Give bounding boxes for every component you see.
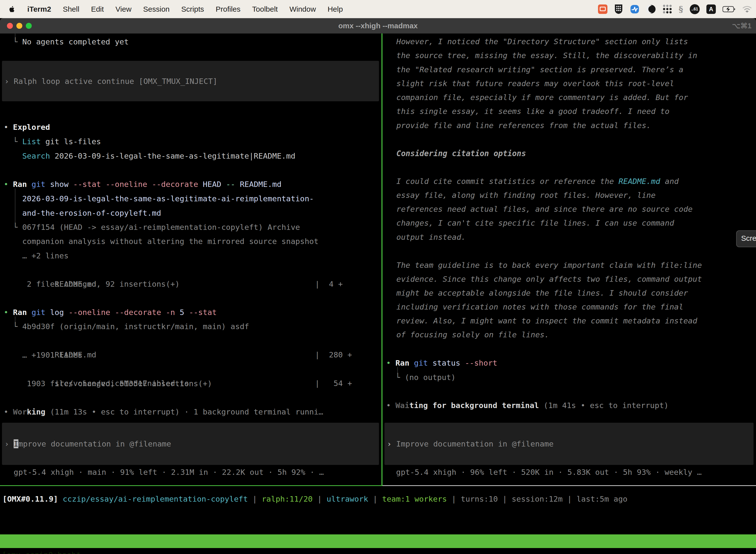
reasoning-line: changes, I can't cite specific file line…	[396, 216, 674, 230]
pane-border-inactive	[382, 485, 756, 486]
reasoning-line: review. Also, I might want to inspect th…	[396, 314, 697, 328]
reasoning-line: this single essay, it seems like a good …	[396, 104, 670, 118]
log-line-commit-067f154: └ 067f154 (HEAD -> essay/ai-reimplementa…	[4, 220, 300, 234]
battery-icon[interactable]	[722, 6, 736, 12]
log-line-more-1901-lines: … +1901 lines	[4, 348, 82, 362]
tmux-status-bar: [omx-cczip0:bash* "MacBook-Pro-44.local"…	[0, 535, 756, 548]
input-source-icon[interactable]: A	[706, 4, 716, 14]
log-line-commit-4b9d30f: └ 4b9d30f (origin/main, instructkr/main,…	[4, 320, 249, 334]
reasoning-line: essay file, along with finding root file…	[396, 188, 655, 202]
reasoning-line: evidence. Since this change only affects…	[396, 272, 702, 286]
log-line-search: Search 2026-03-09-is-legal-the-same-as-l…	[4, 149, 296, 163]
log-line-1903-files-changed: 1903 files changed, 513517 insertions(+)	[4, 377, 212, 391]
log-line-no-output: └ (no output)	[386, 370, 456, 384]
reasoning-line: might be acceptable alongside the file l…	[396, 286, 688, 300]
reasoning-line: the "Related research writing" section i…	[396, 63, 683, 77]
log-line-more-2-lines: … +2 lines	[4, 249, 68, 263]
wifi-icon[interactable]	[742, 5, 752, 13]
log-line-ran-git-status: • Ran git status --short	[386, 356, 497, 370]
reasoning-line: output instead.	[396, 230, 466, 244]
log-line-filename-2: and-the-erosion-of-copyleft.md	[4, 206, 161, 220]
log-line-ran-git-log: • Ran git log --oneline --decorate -n 5 …	[4, 305, 217, 320]
screen-notification-tooltip[interactable]: Scre	[736, 230, 756, 247]
ralph-loop-banner: › Ralph loop active continue [OMX_TMUX_I…	[2, 61, 379, 101]
menu-view[interactable]: View	[116, 5, 131, 13]
dots-grid-icon[interactable]	[663, 5, 672, 14]
window-titlebar: omx --xhigh --madmax ⌥⌘1	[0, 18, 756, 34]
tmux-pane-left[interactable]: └ No agents completed yet › Ralph loop a…	[0, 34, 381, 486]
prompt-input-left[interactable]: › Improve documentation in @filename	[2, 423, 379, 465]
log-line-filename-1: 2026-03-09-is-legal-the-same-as-legitima…	[4, 191, 314, 206]
reasoning-line: references need actual files, and since …	[396, 202, 693, 216]
menu-shell[interactable]: Shell	[63, 5, 79, 13]
log-line-2-files-changed: 2 files changed, 92 insertions(+)	[4, 277, 180, 291]
menu-items: iTerm2 Shell Edit View Session Scripts P…	[27, 5, 343, 13]
countdown-badge-icon[interactable]: ..61	[690, 4, 700, 14]
reasoning-line: provide file and line references from th…	[396, 118, 651, 132]
model-status-right: gpt-5.4 xhigh · 96% left · 520K in · 5.8…	[396, 465, 702, 479]
menu-profiles[interactable]: Profiles	[215, 5, 240, 13]
omx-session-status: [OMX#0.11.9] cczip/essay/ai-reimplementa…	[2, 491, 628, 506]
log-line-list-git-ls-files: └ List git ls-files	[4, 134, 101, 149]
tmux-pane-right[interactable]: However, I noticed the "Directory Struct…	[382, 34, 756, 486]
menu-help[interactable]: Help	[328, 5, 343, 13]
menubar: iTerm2 Shell Edit View Session Scripts P…	[0, 0, 756, 18]
menu-session[interactable]: Session	[143, 5, 170, 13]
terminal-content: └ No agents completed yet › Ralph loop a…	[0, 34, 756, 554]
reasoning-heading: Considering citation options	[396, 147, 526, 161]
pane-border-active	[0, 485, 381, 486]
reasoning-line: including verification notes with those …	[396, 300, 683, 314]
keypad-shield-icon[interactable]	[614, 4, 623, 14]
reasoning-line: I could cite commit statistics or refere…	[396, 174, 679, 188]
log-line-ran-git-show: • Ran git show --stat --oneline --decora…	[4, 177, 281, 191]
window-title: omx --xhigh --madmax	[0, 18, 756, 34]
model-status-left: gpt-5.4 xhigh · main · 91% left · 2.31M …	[14, 465, 324, 479]
display-crescent-icon[interactable]	[646, 4, 656, 14]
log-line-commit-message: companion analysis without altering the …	[4, 234, 318, 248]
status-line-waiting: • Waiting for background terminal (1m 41…	[386, 398, 669, 412]
apple-menu-icon[interactable]	[9, 5, 15, 13]
log-line-explored: • Explored	[4, 120, 50, 134]
menu-iterm2[interactable]: iTerm2	[27, 5, 51, 13]
menu-toolbelt[interactable]: Toolbelt	[252, 5, 278, 13]
reasoning-line: the source tree, missing the essay. Stil…	[396, 48, 697, 63]
signal-badge-icon[interactable]	[630, 4, 640, 14]
reasoning-line: The team guideline is to back every impo…	[396, 258, 702, 272]
menu-edit[interactable]: Edit	[91, 5, 104, 13]
reasoning-line: slight risk that future readers may over…	[396, 76, 674, 91]
reasoning-line: companion file, especially if more comme…	[396, 90, 688, 105]
reasoning-line: However, I noticed the "Directory Struct…	[396, 35, 688, 49]
screen-share-icon[interactable]	[598, 4, 608, 14]
menu-window[interactable]: Window	[290, 5, 316, 13]
window-shortcut-badge: ⌥⌘1	[732, 18, 752, 34]
reasoning-line: of focusing solely on file lines.	[396, 328, 549, 342]
menu-scripts[interactable]: Scripts	[181, 5, 204, 13]
squiggle-icon[interactable]: §	[679, 4, 683, 14]
prompt-input-right[interactable]: › Improve documentation in @filename	[384, 423, 754, 465]
log-line-no-agents: └ No agents completed yet	[4, 35, 129, 49]
menubar-status-icons: § ..61 A	[598, 0, 752, 18]
tmux-session-name[interactable]: [omx-cczip0:bash*	[2, 548, 81, 554]
status-line-working: • Working (11m 13s • esc to interrupt) ·…	[4, 405, 323, 419]
